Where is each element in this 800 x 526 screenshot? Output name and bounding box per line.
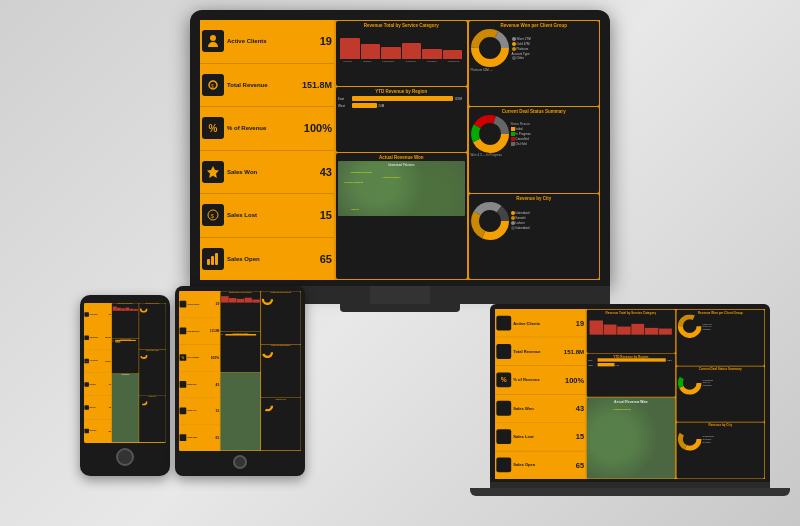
laptop-screen-border: Active Clients 19 Total Revenue 151.8M %… <box>490 304 770 482</box>
tablet: Active Clients 19 Total Revenue 151.8M %… <box>175 286 305 476</box>
laptop-keyboard <box>490 482 770 496</box>
sales-open-value: 65 <box>320 253 332 265</box>
svg-point-25 <box>142 353 145 356</box>
monitor-border: Active Clients 19 $ Total Revenue 151.8M <box>190 10 610 286</box>
metric-active-clients: Active Clients 19 <box>200 20 334 64</box>
svg-point-36 <box>684 321 694 331</box>
svg-point-27 <box>142 400 145 403</box>
svg-point-29 <box>265 297 270 302</box>
svg-text:$: $ <box>211 82 214 88</box>
chart-deal-status: Current Deal Status Summary <box>469 107 600 192</box>
metric-pct-revenue: % % of Revenue 100% <box>200 107 334 151</box>
tablet-home-button <box>233 455 247 469</box>
pct-revenue-value: 100% <box>304 122 332 134</box>
svg-point-21 <box>482 213 498 229</box>
svg-point-11 <box>482 40 498 56</box>
svg-point-33 <box>265 403 270 408</box>
chart-revenue-service-title: Revenue Total by Service Category <box>338 23 465 28</box>
metric-total-revenue: $ Total Revenue 151.8M <box>200 64 334 108</box>
chart-actual-revenue-title: Actual Revenue Won <box>338 155 465 160</box>
monitor-base <box>340 304 460 312</box>
active-clients-value: 19 <box>320 35 332 47</box>
laptop-screen: Active Clients 19 Total Revenue 151.8M %… <box>495 309 765 479</box>
laptop: Active Clients 19 Total Revenue 151.8M %… <box>490 304 770 496</box>
monitor-screen: Active Clients 19 $ Total Revenue 151.8M <box>200 20 600 280</box>
sales-lost-value: 15 <box>320 209 332 221</box>
chart-revenue-city-title: Revenue by City <box>471 196 598 201</box>
tablet-screen: Active Clients 19 Total Revenue 151.8M %… <box>179 291 301 451</box>
svg-rect-7 <box>215 253 218 265</box>
svg-rect-5 <box>207 259 210 265</box>
monitor: Active Clients 19 $ Total Revenue 151.8M <box>190 10 610 312</box>
metric-sales-lost: $ Sales Lost 15 <box>200 194 334 238</box>
phone-screen: Active Clients 19 Total Revenue 151.8M %… <box>84 303 166 443</box>
pct-revenue-label: % of Revenue <box>224 125 304 131</box>
phone-body: Active Clients 19 Total Revenue 151.8M %… <box>80 295 170 476</box>
phone: Active Clients 19 Total Revenue 151.8M %… <box>80 295 170 476</box>
sales-open-label: Sales Open <box>224 256 320 262</box>
svg-point-42 <box>684 434 694 444</box>
chart-ytd-title: YTD Revenue by Region <box>338 89 465 94</box>
svg-point-39 <box>684 378 694 388</box>
svg-rect-6 <box>211 256 214 265</box>
chart-revenue-service: Revenue Total by Service Category Con <box>336 21 467 86</box>
metric-sales-won: Sales Won 43 <box>200 151 334 195</box>
svg-point-23 <box>142 307 145 310</box>
svg-text:$: $ <box>211 213 215 219</box>
svg-point-16 <box>482 126 498 142</box>
sales-lost-label: Sales Lost <box>224 212 320 218</box>
monitor-neck <box>370 286 430 304</box>
chart-ytd-region: YTD Revenue by Region East 11BM West 24M <box>336 87 467 152</box>
svg-point-31 <box>265 350 270 355</box>
phone-home-button <box>116 448 134 466</box>
scene: Active Clients 19 $ Total Revenue 151.8M <box>0 0 800 526</box>
sales-won-value: 43 <box>320 166 332 178</box>
total-revenue-value: 151.8M <box>302 80 332 90</box>
chart-actual-revenue: Actual Revenue Won Islamabad Pakistan Pe… <box>336 153 467 279</box>
active-clients-label: Active Clients <box>224 38 320 44</box>
svg-point-0 <box>210 35 216 41</box>
chart-revenue-client: Revenue Won per Client Group Silver 27M <box>469 21 600 106</box>
chart-revenue-city: Revenue by City Isla <box>469 194 600 279</box>
chart-revenue-client-title: Revenue Won per Client Group <box>471 23 598 28</box>
tablet-body: Active Clients 19 Total Revenue 151.8M %… <box>175 286 305 476</box>
chart-deal-status-title: Current Deal Status Summary <box>471 109 598 114</box>
sales-won-label: Sales Won <box>224 169 320 175</box>
metric-sales-open: Sales Open 65 <box>200 238 334 281</box>
total-revenue-label: Total Revenue <box>224 82 302 88</box>
